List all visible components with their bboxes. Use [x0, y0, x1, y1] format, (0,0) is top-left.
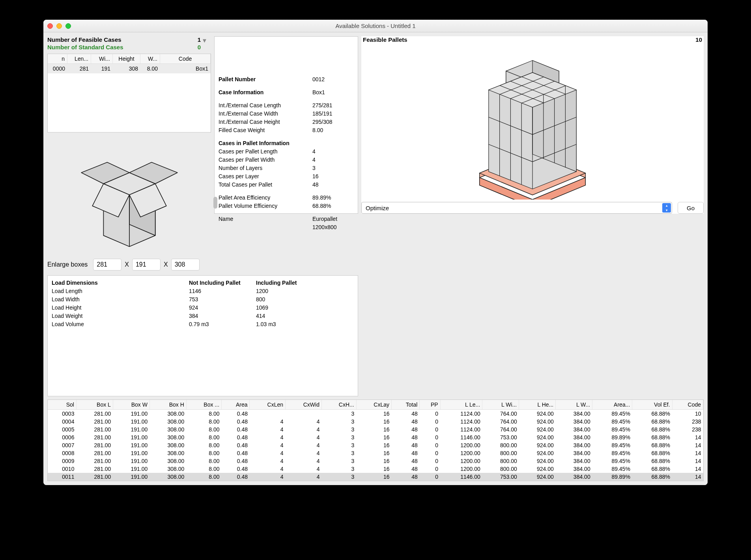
filled-wt-label: Filled Case Weight	[219, 126, 312, 134]
load-row-a: 1146	[189, 287, 256, 295]
sol-col[interactable]: PP	[420, 400, 440, 410]
col-height[interactable]: Height	[113, 54, 140, 63]
vol-eff-value: 68.88%	[312, 202, 354, 210]
feasible-pallets-count: 10	[695, 36, 702, 43]
pallet-number-value: 0012	[312, 75, 354, 84]
cases-table[interactable]: n Len... Wi... Height W... Code 0000 281…	[47, 54, 211, 133]
int-ext-len-value: 275/281	[312, 101, 354, 110]
feasible-cases-label: Number of Feasible Cases	[47, 36, 121, 43]
sol-col[interactable]: L W...	[556, 400, 592, 410]
load-row-b: 1069	[256, 304, 323, 312]
optimize-select-value: Optimize	[366, 205, 389, 211]
col-w[interactable]: W...	[140, 54, 160, 63]
load-row-label: Load Weight	[52, 312, 189, 320]
feasible-cases-count: 1	[198, 36, 201, 43]
sol-row[interactable]: 0010281.00191.00308.008.000.484431648012…	[48, 465, 703, 473]
open-box-icon	[70, 136, 189, 254]
load-row-label: Load Length	[52, 287, 189, 295]
load-row-a: 384	[189, 312, 256, 320]
load-row-b: 800	[256, 295, 323, 304]
sol-col[interactable]: Box H	[149, 400, 186, 410]
sol-row[interactable]: 0009281.00191.00308.008.000.484431648012…	[48, 457, 703, 465]
go-button[interactable]: Go	[678, 202, 704, 214]
case-info-label: Case Information	[219, 88, 312, 97]
vol-eff-label: Pallet Volume Efficiency	[219, 202, 312, 210]
pallet-info-panel: Pallet Number0012 Case InformationBox1 I…	[214, 36, 358, 214]
layers-label: Number of Layers	[219, 164, 312, 172]
solutions-table[interactable]: SolBox LBox WBox HBox ...AreaCxLenCxWidC…	[47, 399, 704, 481]
sol-col[interactable]: CxH...	[321, 400, 356, 410]
enlarge-length-input[interactable]	[93, 259, 121, 271]
sol-col[interactable]: Box L	[76, 400, 113, 410]
feasible-pallets-label: Feasible Pallets	[363, 36, 407, 43]
sol-col[interactable]: Box W	[113, 400, 149, 410]
sol-col[interactable]: Area...	[592, 400, 632, 410]
sol-col[interactable]: Code	[672, 400, 703, 410]
sol-row[interactable]: 0007281.00191.00308.008.000.484431648012…	[48, 441, 703, 449]
name-label: Name	[219, 215, 312, 231]
stepper-icon[interactable]	[662, 203, 671, 213]
cases-table-row[interactable]: 0000 281 191 308 8.00 Box1	[48, 64, 211, 73]
scrollbar[interactable]	[213, 36, 217, 272]
load-row-a: 924	[189, 304, 256, 312]
enlarge-height-input[interactable]	[171, 259, 200, 271]
enlarge-width-input[interactable]	[132, 259, 161, 271]
standard-cases-count: 0	[198, 44, 201, 50]
x-label-1: X	[125, 261, 129, 268]
area-eff-label: Pallet Area Efficiency	[219, 194, 312, 202]
int-ext-hgt-label: Int./External Case Height	[219, 118, 312, 126]
cases-in-pallet-label: Cases in Pallet Information	[219, 139, 312, 147]
sol-col[interactable]: Total	[391, 400, 419, 410]
sol-row[interactable]: 0004281.00191.00308.008.000.484431648011…	[48, 418, 703, 426]
col-code[interactable]: Code	[160, 54, 211, 63]
col-len[interactable]: Len...	[67, 54, 91, 63]
name-value: Europallet 1200x800	[312, 215, 354, 231]
cpl-wid-label: Cases per Pallet Width	[219, 156, 312, 164]
sol-col[interactable]: L Wi...	[482, 400, 519, 410]
sol-col[interactable]: L Le...	[440, 400, 482, 410]
optimize-select[interactable]: Optimize	[361, 202, 672, 214]
cpl-label: Cases per Layer	[219, 172, 312, 181]
cpl-len-value: 4	[312, 147, 354, 156]
sol-col[interactable]: Box ...	[186, 400, 221, 410]
int-ext-hgt-value: 295/308	[312, 118, 354, 126]
enlarge-row: Enlarge boxes X X	[47, 257, 211, 272]
incl-label: Including Pallet	[256, 279, 323, 287]
load-row-b: 1.03 m3	[256, 320, 323, 329]
sol-col[interactable]: CxLay	[356, 400, 391, 410]
col-wi[interactable]: Wi...	[91, 54, 113, 63]
total-label: Total Cases per Pallet	[219, 181, 312, 189]
right-column: ▼ Number of Feasible Cases1 Number of St…	[47, 36, 211, 272]
int-ext-len-label: Int./External Case Length	[219, 101, 312, 110]
layers-value: 3	[312, 164, 354, 172]
scrollbar-thumb[interactable]	[213, 197, 217, 209]
pallet-number-label: Pallet Number	[219, 75, 312, 84]
load-row-label: Load Width	[52, 295, 189, 304]
sol-row[interactable]: 0005281.00191.00308.008.000.484431648011…	[48, 426, 703, 433]
int-ext-wid-value: 185/191	[312, 110, 354, 118]
col-n[interactable]: n	[48, 54, 67, 63]
load-dimensions-panel: Load Dimensions Not Including Pallet Inc…	[47, 275, 358, 396]
sol-row[interactable]: 0003281.00191.00308.008.000.483164801124…	[48, 410, 703, 418]
sol-col[interactable]: Sol	[48, 400, 76, 410]
sol-col[interactable]: CxWid	[286, 400, 322, 410]
sol-col[interactable]: L He...	[519, 400, 556, 410]
sol-col[interactable]: Vol Ef.	[632, 400, 672, 410]
x-label-2: X	[164, 261, 168, 268]
not-incl-label: Not Including Pallet	[189, 279, 256, 287]
load-row-label: Load Volume	[52, 320, 189, 329]
titlebar: Available Solutions - Untitled 1	[43, 20, 708, 32]
sol-row[interactable]: 0006281.00191.00308.008.000.484431648011…	[48, 433, 703, 441]
sol-row[interactable]: 0008281.00191.00308.008.000.484431648012…	[48, 449, 703, 457]
cpl-value: 16	[312, 172, 354, 181]
total-value: 48	[312, 181, 354, 189]
sol-col[interactable]: CxLen	[250, 400, 286, 410]
load-row-a: 0.79 m3	[189, 320, 256, 329]
content: Pallet Number0012 Case InformationBox1 I…	[43, 32, 708, 485]
sol-row[interactable]: 0011281.00191.00308.008.000.484431648011…	[48, 473, 703, 481]
int-ext-wid-label: Int./External Case Width	[219, 110, 312, 118]
sol-col[interactable]: Area	[222, 400, 250, 410]
disclosure-triangle-icon[interactable]: ▼	[202, 37, 209, 44]
standard-cases-label: Number of Standard Cases	[47, 44, 123, 50]
load-row-a: 753	[189, 295, 256, 304]
